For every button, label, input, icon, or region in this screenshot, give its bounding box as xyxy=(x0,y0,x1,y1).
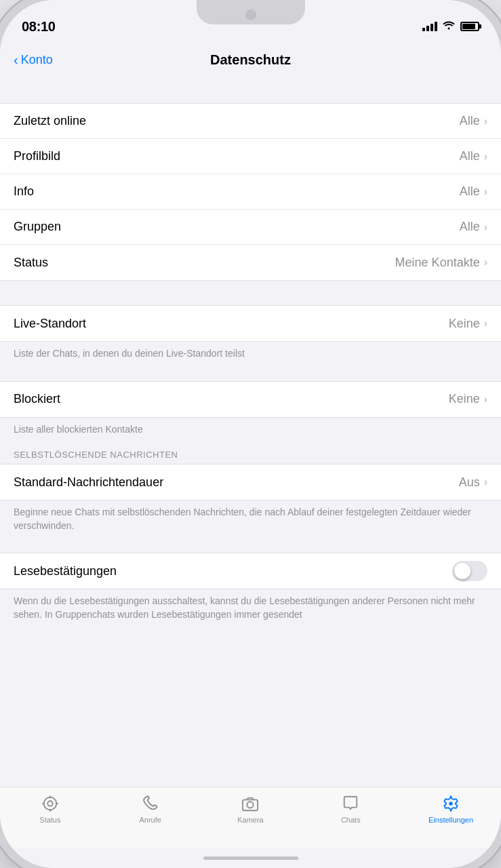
info-item[interactable]: Info Alle › xyxy=(0,174,501,210)
profilbild-value: Alle › xyxy=(460,149,487,163)
status-time: 08:10 xyxy=(22,19,56,35)
tab-kamera[interactable]: Kamera xyxy=(201,794,301,824)
bottom-spacer xyxy=(0,630,501,654)
chats-tab-label: Chats xyxy=(341,816,361,824)
profilbild-item[interactable]: Profilbild Alle › xyxy=(0,139,501,174)
gruppen-label: Gruppen xyxy=(14,220,61,234)
read-receipts-group: Lesebestätigungen xyxy=(0,553,501,589)
status-value: Meine Kontakte › xyxy=(395,256,487,270)
chevron-right-icon: › xyxy=(484,317,487,330)
svg-point-1 xyxy=(47,801,52,806)
live-location-group: Live-Standort Keine › xyxy=(0,305,501,342)
chevron-right-icon: › xyxy=(484,151,487,163)
page-title: Datenschutz xyxy=(210,52,291,68)
chevron-right-icon: › xyxy=(484,115,487,127)
home-indicator xyxy=(0,848,501,868)
lesebestatigungen-item[interactable]: Lesebestätigungen xyxy=(0,553,501,589)
standard-nachrichtendauer-value: Aus › xyxy=(459,475,487,490)
top-spacer xyxy=(0,79,501,103)
info-label: Info xyxy=(14,184,34,199)
live-standort-item[interactable]: Live-Standort Keine › xyxy=(0,306,501,341)
lesebestatigungen-label: Lesebestätigungen xyxy=(14,564,117,578)
spacer-3 xyxy=(0,540,501,553)
zuletzt-online-label: Zuletzt online xyxy=(14,114,86,128)
einstellungen-tab-icon xyxy=(441,794,460,813)
tab-einstellungen[interactable]: Einstellungen xyxy=(401,794,501,824)
chevron-right-icon: › xyxy=(484,256,487,269)
live-standort-info: Liste der Chats, in denen du deinen Live… xyxy=(0,342,501,369)
svg-point-0 xyxy=(44,797,57,810)
battery-icon xyxy=(460,22,479,31)
auto-delete-section-header: Selbstlöschende Nachrichten xyxy=(0,444,501,464)
chevron-right-icon: › xyxy=(484,476,487,488)
chevron-right-icon: › xyxy=(484,221,487,233)
nav-header: ‹ Konto Datenschutz xyxy=(0,41,501,79)
chats-tab-icon xyxy=(341,794,360,813)
status-icons xyxy=(422,20,479,33)
content-area: Zuletzt online Alle › Profilbild Alle › … xyxy=(0,79,501,787)
blockiert-item[interactable]: Blockiert Keine › xyxy=(0,382,501,417)
home-bar xyxy=(203,856,298,860)
back-label: Konto xyxy=(21,53,53,67)
blockiert-value: Keine › xyxy=(449,392,487,406)
live-standort-label: Live-Standort xyxy=(14,317,86,331)
wifi-icon xyxy=(443,20,455,33)
spacer-1 xyxy=(0,281,501,305)
status-tab-label: Status xyxy=(39,816,60,824)
anrufe-tab-label: Anrufe xyxy=(139,816,161,824)
zuletzt-online-value: Alle › xyxy=(460,114,487,128)
standard-nachrichtendauer-label: Standard-Nachrichtendauer xyxy=(14,475,163,490)
chevron-right-icon: › xyxy=(484,186,487,198)
back-chevron-icon: ‹ xyxy=(14,53,18,66)
gruppen-item[interactable]: Gruppen Alle › xyxy=(0,210,501,245)
tab-bar: Status Anrufe Kamera xyxy=(0,787,501,848)
anrufe-tab-icon xyxy=(141,794,160,813)
lesebestatigungen-info: Wenn du die Lesebestätigungen ausschalte… xyxy=(0,589,501,629)
info-value: Alle › xyxy=(460,184,487,199)
blockiert-label: Blockiert xyxy=(14,392,60,406)
standard-nachrichtendauer-item[interactable]: Standard-Nachrichtendauer Aus › xyxy=(0,465,501,500)
tab-status[interactable]: Status xyxy=(0,794,100,824)
kamera-tab-label: Kamera xyxy=(237,816,264,824)
einstellungen-tab-label: Einstellungen xyxy=(428,816,473,824)
lesebestatigungen-toggle[interactable] xyxy=(452,561,487,581)
tab-anrufe[interactable]: Anrufe xyxy=(100,794,201,824)
tab-chats[interactable]: Chats xyxy=(300,794,401,824)
svg-point-3 xyxy=(247,802,254,808)
gruppen-value: Alle › xyxy=(460,220,487,234)
status-label: Status xyxy=(14,256,48,270)
status-item[interactable]: Status Meine Kontakte › xyxy=(0,245,501,280)
auto-delete-group: Standard-Nachrichtendauer Aus › xyxy=(0,464,501,500)
signal-icon xyxy=(422,22,437,31)
profilbild-label: Profilbild xyxy=(14,149,60,163)
status-tab-icon xyxy=(41,794,60,813)
auto-delete-info: Beginne neue Chats mit selbstlöschenden … xyxy=(0,500,501,540)
kamera-tab-icon xyxy=(241,794,260,813)
privacy-list-group: Zuletzt online Alle › Profilbild Alle › … xyxy=(0,103,501,281)
blocked-group: Blockiert Keine › xyxy=(0,381,501,418)
zuletzt-online-item[interactable]: Zuletzt online Alle › xyxy=(0,104,501,139)
svg-point-4 xyxy=(449,802,453,806)
phone-frame: 08:10 ‹ Ko xyxy=(0,0,501,868)
live-standort-value: Keine › xyxy=(449,317,487,331)
spacer-2 xyxy=(0,369,501,381)
blockiert-info: Liste aller blockierten Kontakte xyxy=(0,418,501,445)
screen: 08:10 ‹ Ko xyxy=(0,0,501,868)
chevron-right-icon: › xyxy=(484,393,487,406)
status-bar: 08:10 xyxy=(0,0,501,41)
back-button[interactable]: ‹ Konto xyxy=(14,53,53,67)
